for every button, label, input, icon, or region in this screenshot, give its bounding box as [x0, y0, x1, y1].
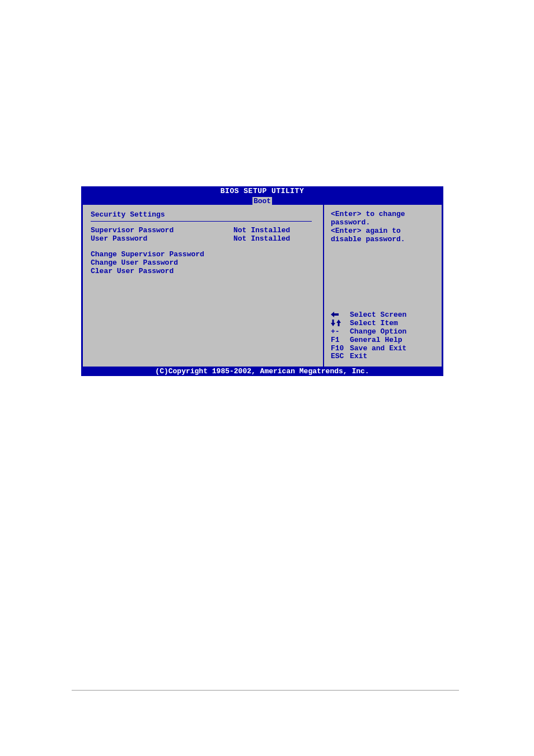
f1-key: F1 [331, 336, 350, 345]
f10-key: F10 [331, 345, 350, 353]
key-row-select-screen: Select Screen [331, 311, 436, 320]
setting-value: Not Installed [233, 234, 315, 243]
esc-key: ESC [331, 353, 350, 361]
key-row-select-item: Select Item [331, 320, 436, 328]
action-change-supervisor-password[interactable]: Change Supervisor Password [91, 250, 315, 259]
help-line: password. [331, 219, 436, 227]
setting-label: User Password [91, 234, 233, 243]
key-label: Save and Exit [350, 345, 436, 353]
updown-arrow-icon [331, 320, 350, 328]
footer-bar: (C)Copyright 1985-2002, American Megatre… [81, 367, 443, 376]
key-label: Select Screen [350, 311, 436, 320]
help-line: <Enter> again to [331, 227, 436, 236]
setting-label: Supervisor Password [91, 226, 233, 234]
help-text: <Enter> to change password. <Enter> agai… [331, 210, 436, 244]
key-row-exit: ESC Exit [331, 353, 436, 361]
key-label: Select Item [350, 320, 436, 328]
tab-bar: Boot [81, 196, 443, 205]
section-divider [91, 221, 312, 222]
key-row-change-option: +- Change Option [331, 328, 436, 336]
settings-panel: Security Settings Supervisor Password No… [83, 205, 324, 367]
setting-user-password[interactable]: User Password Not Installed [91, 234, 315, 243]
key-help: Select Screen Select Item +- Change Opti… [331, 311, 436, 361]
title-bar: BIOS SETUP UTILITY [81, 186, 443, 196]
plus-minus-icon: +- [331, 328, 350, 336]
tab-boot[interactable]: Boot [252, 197, 272, 206]
help-panel: <Enter> to change password. <Enter> agai… [324, 205, 442, 367]
key-row-general-help: F1 General Help [331, 336, 436, 345]
left-arrow-icon [331, 311, 350, 320]
content-area: Security Settings Supervisor Password No… [81, 205, 443, 367]
setting-value: Not Installed [233, 226, 315, 234]
key-label: Change Option [350, 328, 436, 336]
section-title: Security Settings [91, 210, 315, 219]
spacer [91, 243, 315, 250]
key-row-save-exit: F10 Save and Exit [331, 345, 436, 353]
help-line: <Enter> to change [331, 210, 436, 219]
setting-supervisor-password[interactable]: Supervisor Password Not Installed [91, 226, 315, 234]
action-change-user-password[interactable]: Change User Password [91, 259, 315, 267]
key-label: General Help [350, 336, 436, 345]
bios-setup-window: BIOS SETUP UTILITY Boot Security Setting… [81, 186, 443, 376]
key-label: Exit [350, 353, 436, 361]
help-line: disable password. [331, 236, 436, 244]
action-clear-user-password[interactable]: Clear User Password [91, 267, 315, 275]
page-divider [72, 690, 459, 691]
